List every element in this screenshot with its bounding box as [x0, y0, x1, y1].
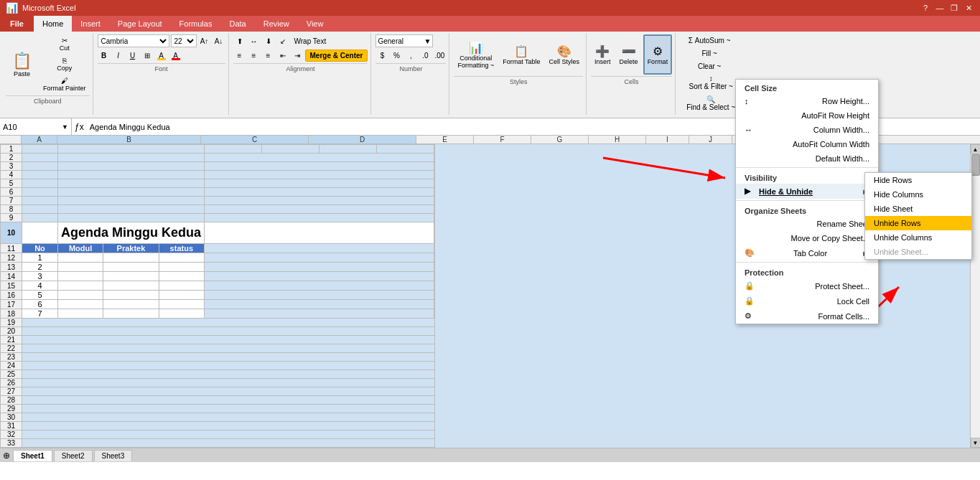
insert-button[interactable]: ➕ Insert: [591, 34, 615, 75]
percent-btn[interactable]: %: [390, 49, 403, 62]
row-num-2[interactable]: 2: [1, 154, 22, 162]
col-header-c[interactable]: C: [201, 136, 309, 143]
autofit-row-height-item[interactable]: AutoFit Row Height: [736, 108, 878, 123]
cut-button[interactable]: ✂ Cut: [39, 34, 90, 54]
tab-view[interactable]: View: [298, 16, 332, 32]
restore-btn[interactable]: ❐: [948, 3, 960, 13]
cell-no-4[interactable]: 4: [22, 281, 58, 291]
default-width-item[interactable]: Default Width...: [736, 151, 878, 166]
row-num-13[interactable]: 13: [1, 263, 22, 272]
cell-no-7[interactable]: 7: [22, 309, 58, 319]
col-header-d[interactable]: D: [309, 136, 416, 143]
hide-rows-item[interactable]: Hide Rows: [865, 173, 971, 187]
title-cell[interactable]: Agenda Minggu Kedua: [58, 222, 205, 244]
align-left-btn[interactable]: ≡: [233, 49, 246, 62]
col-header-j[interactable]: J: [689, 136, 732, 143]
find-select-button[interactable]: 🔍 Find & Select ~: [683, 93, 739, 113]
cell-no-3[interactable]: 3: [22, 272, 58, 281]
sort-filter-button[interactable]: ↕ Sort & Filter ~: [683, 72, 739, 93]
col-header-g[interactable]: G: [531, 136, 589, 143]
window-controls[interactable]: ? — ❐ ✕: [920, 3, 974, 13]
row-height-item[interactable]: ↕ Row Height...: [736, 94, 878, 108]
tab-color-item[interactable]: 🎨 Tab Color ►: [736, 245, 878, 260]
increase-indent-btn[interactable]: ⇥: [291, 49, 304, 62]
currency-btn[interactable]: $: [375, 49, 388, 62]
merge-center-button[interactable]: Merge & Center: [305, 50, 368, 62]
cell-g1[interactable]: [319, 145, 377, 154]
fill-button[interactable]: Fill ~: [685, 47, 734, 60]
row-num-6[interactable]: 6: [1, 188, 22, 197]
minimize-btn[interactable]: —: [934, 3, 946, 13]
tab-review[interactable]: Review: [255, 16, 298, 32]
unhide-columns-item[interactable]: Unhide Columns: [865, 230, 971, 245]
col-header-b[interactable]: B: [57, 136, 201, 143]
add-sheet-btn[interactable]: ⊕: [3, 451, 10, 461]
decrease-decimal-btn[interactable]: .0: [419, 49, 431, 62]
format-button[interactable]: ⚙ Format: [643, 34, 673, 75]
scroll-up-btn[interactable]: ▲: [971, 144, 981, 154]
scroll-down-btn[interactable]: ▼: [971, 438, 981, 448]
row-num-14[interactable]: 14: [1, 272, 22, 281]
decrease-indent-btn[interactable]: ⇤: [276, 49, 289, 62]
hide-columns-item[interactable]: Hide Columns: [865, 187, 971, 202]
header-no[interactable]: No: [22, 244, 58, 253]
col-header-i[interactable]: I: [646, 136, 689, 143]
align-top-btn[interactable]: ⬆: [233, 34, 246, 47]
row-num-17[interactable]: 17: [1, 300, 22, 309]
cell-i1[interactable]: [434, 145, 435, 154]
copy-button[interactable]: ⎘ Copy: [39, 55, 90, 74]
format-painter-button[interactable]: 🖌 Format Painter: [39, 75, 90, 94]
align-bottom-btn[interactable]: ⬇: [262, 34, 275, 47]
increase-font-btn[interactable]: A↑: [198, 34, 211, 47]
font-color-button[interactable]: A: [169, 49, 182, 62]
underline-button[interactable]: U: [126, 49, 139, 62]
lock-cell-item[interactable]: 🔒 Lock Cell: [736, 293, 878, 309]
protect-sheet-item[interactable]: 🔒 Protect Sheet...: [736, 278, 878, 293]
comma-btn[interactable]: ,: [404, 49, 417, 62]
unhide-sheet-item[interactable]: Unhide Sheet...: [865, 245, 971, 259]
font-name-select[interactable]: Cambria: [98, 34, 169, 47]
row-num-9[interactable]: 9: [1, 214, 22, 222]
align-center-btn[interactable]: ≡: [248, 49, 261, 62]
hide-unhide-item[interactable]: ▶ Hide & Unhide ►: [736, 184, 878, 199]
row-num-12[interactable]: 12: [1, 253, 22, 263]
italic-button[interactable]: I: [112, 49, 125, 62]
tab-file[interactable]: File: [0, 16, 34, 32]
wrap-text-button[interactable]: Wrap Text: [291, 36, 330, 47]
tab-page-layout[interactable]: Page Layout: [109, 16, 171, 32]
row-num-7[interactable]: 7: [1, 197, 22, 205]
col-header-a[interactable]: A: [22, 136, 57, 143]
header-praktek[interactable]: Praktek: [103, 244, 159, 253]
col-header-f[interactable]: F: [474, 136, 531, 143]
row-num-5[interactable]: 5: [1, 179, 22, 188]
cell-a1[interactable]: [22, 145, 58, 154]
row-num-1[interactable]: 1: [1, 145, 22, 154]
align-middle-btn[interactable]: ↔: [248, 34, 261, 47]
header-status[interactable]: status: [159, 244, 204, 253]
rename-sheet-item[interactable]: Rename Sheet: [736, 217, 878, 231]
fill-color-button[interactable]: A: [155, 49, 168, 62]
row-num-15[interactable]: 15: [1, 281, 22, 291]
clear-button[interactable]: Clear ~: [685, 60, 734, 72]
bold-button[interactable]: B: [98, 49, 111, 62]
cell-styles-button[interactable]: 🎨 Cell Styles: [546, 34, 584, 75]
cell-h1[interactable]: [377, 145, 434, 154]
tab-formulas[interactable]: Formulas: [171, 16, 221, 32]
name-box[interactable]: A10 ▼: [0, 118, 72, 135]
conditional-formatting-button[interactable]: 📊 Conditional Formatting ~: [454, 34, 498, 75]
row-num-8[interactable]: 8: [1, 205, 22, 214]
sheet-tab-2[interactable]: Sheet2: [54, 450, 93, 461]
row-num-3[interactable]: 3: [1, 162, 22, 171]
cell-e1[interactable]: [205, 145, 262, 154]
sheet-tab-1[interactable]: Sheet1: [13, 450, 52, 461]
hide-sheet-item[interactable]: Hide Sheet: [865, 202, 971, 216]
scroll-thumb[interactable]: [971, 154, 980, 176]
cell-no-1[interactable]: 1: [22, 253, 58, 263]
text-direction-btn[interactable]: ↙: [276, 34, 289, 47]
unhide-rows-item[interactable]: Unhide Rows: [865, 216, 971, 230]
format-cells-item[interactable]: ⚙ Format Cells...: [736, 309, 878, 324]
row-num-11[interactable]: 11: [1, 244, 22, 253]
help-btn[interactable]: ?: [920, 3, 931, 13]
row-num-4[interactable]: 4: [1, 171, 22, 179]
cell-b1[interactable]: [58, 145, 205, 154]
